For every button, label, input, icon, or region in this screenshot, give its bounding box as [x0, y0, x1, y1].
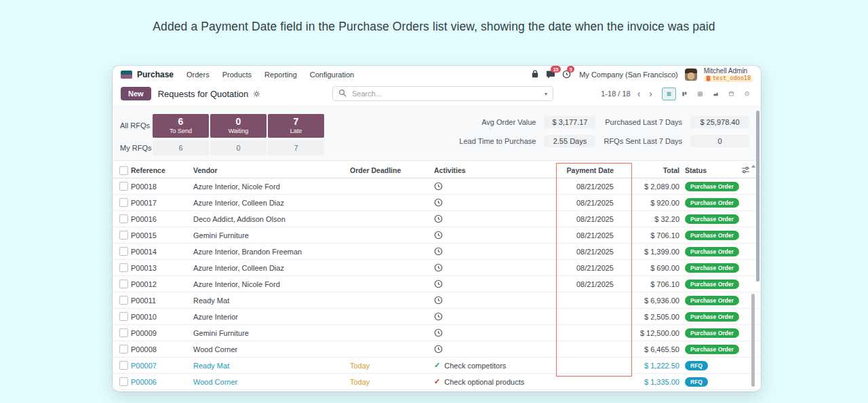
select-all-checkbox[interactable] [119, 166, 128, 175]
actions-gear-icon[interactable] [253, 90, 260, 98]
reference-cell[interactable]: P00014 [129, 244, 193, 259]
scroll-up-arrow-icon[interactable] [751, 165, 755, 168]
row-checkbox[interactable] [119, 263, 128, 272]
table-row[interactable]: P00016Deco Addict, Addison Olson08/21/20… [113, 211, 761, 227]
row-checkbox[interactable] [119, 280, 128, 288]
adjust-columns-icon[interactable] [741, 166, 750, 175]
activities-cell[interactable]: ✓Get approval [434, 390, 556, 391]
activities-cell[interactable] [434, 244, 556, 259]
activities-cell[interactable] [434, 276, 556, 292]
activity-view-button[interactable] [740, 88, 754, 100]
table-row[interactable]: P00005Deco AddictToday✓Get approval$ 8,6… [113, 390, 761, 391]
search-bar[interactable]: ▾ [332, 86, 553, 101]
row-checkbox[interactable] [119, 361, 128, 370]
pivot-view-button[interactable] [693, 88, 707, 100]
activities-cell[interactable] [434, 195, 556, 210]
column-order-deadline[interactable]: Order Deadline [350, 163, 434, 178]
row-checkbox[interactable] [119, 214, 128, 223]
reference-cell[interactable]: P00007 [129, 358, 193, 373]
menu-reporting[interactable]: Reporting [264, 71, 297, 79]
clock-icon[interactable] [434, 214, 443, 223]
menu-orders[interactable]: Orders [186, 71, 210, 79]
table-row[interactable]: P00007Ready MatToday✓Check competitors$ … [113, 358, 761, 374]
reference-cell[interactable]: P00016 [129, 211, 193, 227]
clock-icon[interactable] [434, 247, 443, 256]
table-row[interactable]: P00018Azure Interior, Nicole Ford08/21/2… [113, 178, 761, 195]
list-scrollbar-thumb[interactable] [751, 294, 755, 387]
window-scrollbar[interactable] [756, 107, 760, 388]
table-row[interactable]: P00006Wood CornerToday✓Check optional pr… [113, 374, 761, 390]
pager-previous-button[interactable]: ‹ [635, 89, 643, 98]
clock-icon[interactable] [434, 328, 443, 337]
reference-cell[interactable]: P00017 [129, 195, 193, 210]
search-input[interactable] [351, 89, 540, 98]
clock-icon[interactable] [434, 280, 443, 288]
reference-cell[interactable]: P00015 [129, 227, 193, 243]
table-row[interactable]: P00013Azure Interior, Colleen Diaz08/21/… [113, 260, 761, 276]
activities-cell[interactable] [434, 341, 556, 357]
row-checkbox[interactable] [119, 312, 128, 321]
menu-products[interactable]: Products [222, 71, 252, 79]
menu-configuration[interactable]: Configuration [310, 71, 354, 79]
column-total[interactable]: Total [631, 163, 681, 178]
pager-next-button[interactable]: › [647, 89, 654, 98]
my-waiting-count[interactable]: 0 [210, 140, 267, 155]
activities-cell[interactable]: ✓Check competitors [434, 358, 556, 373]
row-checkbox[interactable] [119, 198, 128, 207]
search-caret-icon[interactable]: ▾ [545, 91, 547, 97]
reference-cell[interactable]: P00005 [129, 390, 193, 391]
column-activities[interactable]: Activities [434, 163, 556, 178]
table-row[interactable]: P00009Gemini Furniture$ 12,500.00Purchas… [113, 325, 761, 341]
my-to-send-count[interactable]: 6 [153, 140, 209, 155]
row-select-cell[interactable] [113, 325, 129, 341]
row-select-cell[interactable] [113, 227, 129, 243]
my-late-count[interactable]: 7 [268, 140, 324, 155]
activities-cell[interactable] [434, 292, 556, 308]
messages-icon[interactable]: 15 [546, 70, 555, 79]
clock-icon[interactable] [434, 263, 443, 272]
to-send-button[interactable]: 6 To Send [153, 114, 209, 138]
row-checkbox[interactable] [119, 247, 128, 256]
app-switcher[interactable]: Purchase [121, 70, 174, 79]
table-row[interactable]: P00014Azure Interior, Brandon Freeman08/… [113, 244, 761, 260]
clock-icon[interactable] [434, 312, 443, 321]
list-scrollbar[interactable] [751, 165, 755, 388]
activities-cell[interactable] [434, 260, 556, 275]
row-select-cell[interactable] [113, 178, 129, 194]
table-row[interactable]: P00011Ready Mat$ 6,936.00Purchase Order [113, 292, 761, 309]
activities-clock-icon[interactable]: 5 [562, 70, 571, 79]
row-checkbox[interactable] [119, 182, 128, 191]
row-select-cell[interactable] [113, 390, 129, 391]
table-row[interactable]: P00010Azure Interior$ 2,505.00Purchase O… [113, 309, 761, 325]
row-select-cell[interactable] [113, 358, 129, 373]
reference-cell[interactable]: P00006 [129, 374, 193, 389]
reference-cell[interactable]: P00010 [129, 309, 193, 324]
list-view-button[interactable] [662, 88, 676, 100]
reference-cell[interactable]: P00012 [129, 276, 193, 292]
app-name[interactable]: Purchase [137, 70, 174, 79]
reference-cell[interactable]: P00009 [129, 325, 193, 341]
shop-bag-icon[interactable] [531, 70, 539, 79]
activities-cell[interactable] [434, 227, 556, 243]
graph-view-button[interactable] [709, 88, 723, 100]
table-row[interactable]: P00017Azure Interior, Colleen Diaz08/21/… [113, 195, 761, 211]
breadcrumb[interactable]: Requests for Quotation [158, 89, 249, 99]
reference-cell[interactable]: P00008 [129, 341, 193, 357]
row-checkbox[interactable] [119, 328, 128, 337]
waiting-button[interactable]: 0 Waiting [210, 114, 267, 138]
row-checkbox[interactable] [119, 231, 128, 239]
late-button[interactable]: 7 Late [268, 114, 324, 138]
clock-icon[interactable] [434, 198, 443, 207]
activities-cell[interactable]: ✓Check optional products [434, 374, 556, 389]
user-avatar[interactable] [685, 69, 697, 81]
row-select-cell[interactable] [113, 211, 129, 227]
row-select-cell[interactable] [113, 374, 129, 389]
activities-cell[interactable] [434, 325, 556, 341]
clock-icon[interactable] [434, 296, 443, 305]
column-payment-date[interactable]: Payment Date [556, 163, 631, 178]
reference-cell[interactable]: P00011 [129, 292, 193, 308]
table-row[interactable]: P00008Wood Corner$ 6,465.50Purchase Orde… [113, 341, 761, 358]
activities-cell[interactable] [434, 178, 556, 194]
user-menu[interactable]: Mitchell Admin test_odoo18 [704, 67, 753, 81]
calendar-view-button[interactable] [724, 88, 738, 100]
